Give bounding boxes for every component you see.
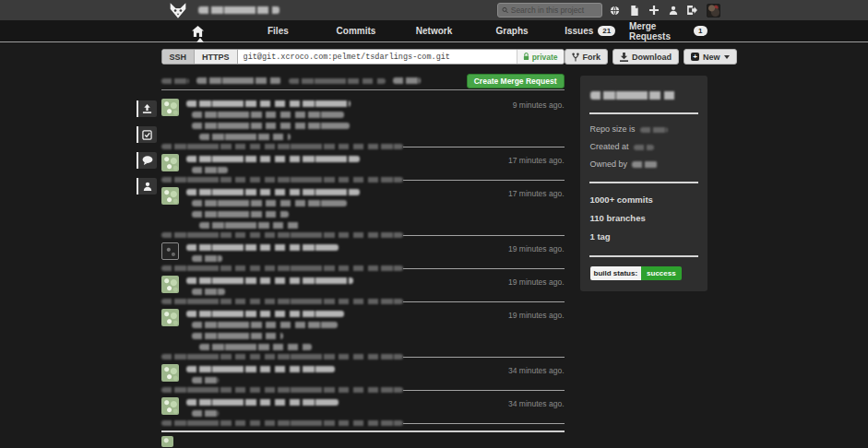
nav-tab-badge: 21 bbox=[598, 26, 615, 36]
commit-author-avatar[interactable] bbox=[161, 187, 179, 205]
entry-title-redacted bbox=[186, 100, 351, 107]
fork-icon bbox=[572, 53, 579, 62]
nav-tab-label: Issues bbox=[565, 26, 593, 36]
commit-message-redacted bbox=[192, 200, 347, 206]
commit-author-avatar[interactable] bbox=[161, 309, 179, 326]
entry-timestamp: 17 minutes ago. bbox=[498, 153, 565, 175]
dropdown-caret-icon bbox=[724, 55, 730, 59]
repo-stat-tags[interactable]: 1 tag bbox=[590, 228, 697, 246]
gitlab-logo-icon[interactable] bbox=[169, 1, 189, 19]
filter-issues-button[interactable] bbox=[137, 126, 157, 143]
home-icon bbox=[192, 26, 204, 37]
feed-entry[interactable]: 19 minutes ago. bbox=[161, 240, 565, 264]
feed-entry[interactable]: 34 minutes ago. bbox=[161, 395, 565, 419]
commit-author-avatar[interactable] bbox=[161, 242, 179, 260]
feed-entry[interactable]: 9 minutes ago. bbox=[161, 96, 565, 142]
commit-message-redacted bbox=[192, 289, 225, 295]
search-input[interactable] bbox=[511, 6, 598, 15]
entry-separator bbox=[161, 352, 565, 361]
nav-tab-network[interactable]: Network bbox=[395, 20, 473, 41]
explore-globe-icon[interactable] bbox=[610, 5, 621, 16]
new-dropdown-button[interactable]: + New bbox=[684, 49, 737, 65]
commit-message-redacted bbox=[192, 377, 220, 383]
commit-message-redacted bbox=[192, 112, 344, 118]
feed-entry[interactable]: 34 minutes ago. bbox=[161, 361, 565, 385]
header-text-redacted bbox=[196, 77, 281, 84]
create-merge-request-button[interactable]: Create Merge Request bbox=[467, 74, 565, 88]
entry-title-redacted bbox=[186, 189, 360, 195]
entry-timestamp: 34 minutes ago. bbox=[498, 396, 565, 419]
user-avatar[interactable] bbox=[707, 4, 720, 18]
commit-author-avatar[interactable] bbox=[161, 397, 179, 415]
download-button[interactable]: Download bbox=[612, 49, 679, 65]
header-text-redacted bbox=[161, 78, 190, 84]
download-icon bbox=[620, 53, 628, 62]
nav-tab-issues[interactable]: Issues 21 bbox=[551, 20, 629, 41]
nav-tab-files[interactable]: Files bbox=[239, 20, 317, 41]
push-upload-icon bbox=[142, 104, 152, 114]
entry-title-redacted bbox=[186, 156, 360, 162]
build-status-value: success bbox=[641, 266, 682, 280]
filter-team-button[interactable] bbox=[137, 178, 157, 195]
nav-tab-commits[interactable]: Commits bbox=[317, 20, 396, 41]
nav-tab-label: Network bbox=[416, 26, 452, 36]
commit-message-redacted bbox=[199, 134, 291, 140]
commit-message-redacted bbox=[192, 322, 338, 328]
visibility-badge: private bbox=[517, 50, 564, 64]
clone-url-input[interactable] bbox=[238, 50, 517, 64]
nav-tab-label: Commits bbox=[337, 26, 376, 36]
separator-text-redacted bbox=[161, 299, 403, 304]
commit-message-redacted bbox=[199, 344, 312, 350]
repo-size-value-redacted bbox=[640, 127, 668, 133]
commit-author-avatar[interactable] bbox=[161, 364, 179, 382]
feed-entry[interactable]: 17 minutes ago. bbox=[161, 184, 565, 230]
nav-tab-label: Merge Requests bbox=[629, 21, 689, 41]
entry-separator bbox=[161, 264, 565, 273]
new-plus-icon: + bbox=[691, 53, 699, 61]
repo-stat-commits[interactable]: 1000+ commits bbox=[590, 191, 697, 209]
separator-text-redacted bbox=[161, 144, 403, 149]
filter-comments-button[interactable] bbox=[137, 152, 157, 169]
logout-icon[interactable] bbox=[687, 5, 698, 16]
commit-message-redacted bbox=[199, 222, 303, 229]
new-project-plus-icon[interactable] bbox=[648, 5, 660, 16]
nav-tab-graphs[interactable]: Graphs bbox=[473, 20, 552, 41]
nav-tab-home[interactable] bbox=[161, 20, 240, 41]
separator-text-redacted bbox=[161, 177, 403, 183]
top-bar bbox=[0, 0, 868, 20]
commit-author-avatar[interactable] bbox=[161, 276, 179, 293]
ssh-protocol-button[interactable]: SSH bbox=[162, 50, 196, 64]
search-box[interactable] bbox=[497, 3, 602, 18]
clone-bar: SSH HTTPS private Fork bbox=[161, 49, 707, 65]
commit-message-redacted bbox=[192, 167, 229, 173]
entry-separator bbox=[161, 385, 565, 395]
entry-timestamp: 9 minutes ago. bbox=[498, 98, 565, 142]
entry-timestamp: 34 minutes ago. bbox=[498, 363, 565, 385]
project-nav: Files Commits Network Graphs bbox=[0, 20, 868, 42]
nav-tab-merge-requests[interactable]: Merge Requests 1 bbox=[629, 20, 707, 41]
commit-message-redacted bbox=[192, 410, 220, 417]
entry-timestamp: 19 minutes ago. bbox=[498, 242, 565, 264]
owner-name-redacted[interactable] bbox=[632, 161, 658, 168]
entry-title-redacted bbox=[186, 244, 339, 251]
entry-title-redacted bbox=[186, 399, 339, 406]
fork-button[interactable]: Fork bbox=[565, 49, 609, 65]
activity-filter-rail bbox=[137, 100, 157, 195]
entry-title-redacted bbox=[186, 277, 354, 284]
feed-entry[interactable]: 17 minutes ago. bbox=[161, 151, 565, 175]
repo-stat-branches[interactable]: 110 branches bbox=[590, 209, 697, 228]
entry-title-redacted bbox=[186, 366, 336, 372]
commit-author-avatar[interactable] bbox=[161, 99, 179, 116]
profile-user-icon[interactable] bbox=[668, 5, 679, 16]
project-title-redacted bbox=[198, 6, 279, 14]
build-status-badge[interactable]: build status: success bbox=[590, 257, 697, 280]
snippets-file-icon[interactable] bbox=[629, 5, 640, 16]
feed-entry[interactable]: 19 minutes ago. bbox=[161, 306, 565, 352]
comment-bubble-icon bbox=[142, 156, 153, 165]
feed-entry[interactable]: 19 minutes ago. bbox=[161, 273, 565, 297]
nav-tab-badge: 1 bbox=[694, 26, 707, 36]
https-protocol-button[interactable]: HTTPS bbox=[195, 50, 238, 64]
filter-push-events-button[interactable] bbox=[137, 100, 157, 117]
commit-author-avatar[interactable] bbox=[161, 154, 179, 171]
header-text-redacted bbox=[393, 77, 422, 84]
